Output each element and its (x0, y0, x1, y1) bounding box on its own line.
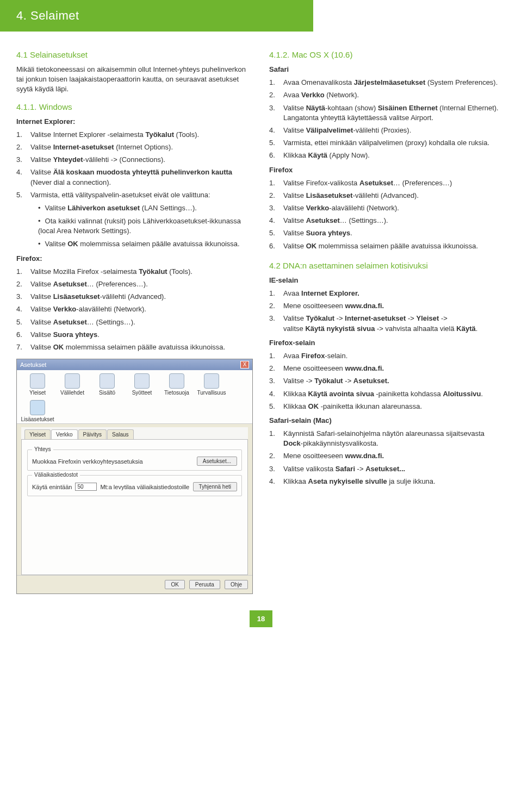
list-item: 6.Valitse OK molemmissa selaimen päälle … (269, 241, 506, 251)
list-item: 3.Valitse Näytä-kohtaan (show) Sisäinen … (269, 103, 506, 123)
ff2-steps: 1.Valitse Firefox-valikosta Asetukset… (… (269, 178, 506, 251)
ff-selain-heading: Firefox-selain (269, 338, 506, 348)
toolbar-icon-välilehdet[interactable]: Välilehdet (57, 373, 88, 396)
close-icon[interactable]: X (240, 361, 249, 368)
list-item: 2.Mene osoitteeseen www.dna.fi. (269, 451, 506, 461)
list-item: Valitse OK molemmissa selaimen päälle av… (38, 239, 253, 249)
list-item: 3.Valitse valikosta Safari -> Asetukset.… (269, 464, 506, 474)
list-item: 3.Valitse -> Työkalut -> Asetukset. (269, 376, 506, 386)
toolbar-icon-tietosuoja[interactable]: Tietosuoja (161, 373, 192, 396)
list-item: 5.Klikkaa OK -painiketta ikkunan alareun… (269, 402, 506, 411)
toolbar-icon-yleiset[interactable]: Yleiset (22, 373, 53, 396)
category-icon (30, 373, 45, 389)
safari-steps: 1.Avaa Omenavalikosta Järjestelmäasetuks… (269, 78, 506, 160)
list-item: 2.Valitse Internet-asetukset (Internet O… (16, 142, 253, 152)
firefox-settings-dialog: Asetukset X YleisetVälilehdetSisältöSyöt… (16, 359, 253, 594)
list-item: 4.Valitse Asetukset… (Settings…). (269, 216, 506, 226)
section-4-1: 4.1 Selainasetukset (16, 50, 253, 59)
list-item: 5.Valitse Suora yhteys. (269, 228, 506, 238)
ie-steps: 1.Valitse Internet Explorer -selaimesta … (16, 130, 253, 200)
connection-legend: Yhteys (32, 446, 53, 452)
list-item: 4.Klikkaa Aseta nykyiselle sivulle ja su… (269, 477, 506, 486)
ie-bullets: Valitse Lähiverkon asetukset (LAN Settin… (16, 203, 253, 249)
list-item: 3.Valitse Verkko-alavälilehti (Network). (269, 203, 506, 213)
list-item: 1.Avaa Internet Explorer. (269, 289, 506, 298)
list-item: 6.Valitse Suora yhteys. (16, 330, 253, 340)
safari-selain-steps: 1.Käynnistä Safari-selainohjelma näytön … (269, 429, 506, 486)
list-item: 4.Valitse Älä koskaan muodosta yhteyttä … (16, 167, 253, 187)
toolbar-icon-syötteet[interactable]: Syötteet (127, 373, 157, 396)
list-item: 1.Käynnistä Safari-selainohjelma näytön … (269, 429, 506, 448)
cancel-button[interactable]: Peruuta (189, 580, 220, 589)
ie-heading: Internet Explorer: (16, 117, 253, 127)
safari-selain-heading: Safari-selain (Mac) (269, 416, 506, 426)
list-item: 3.Valitse Työkalut -> Internet-asetukset… (269, 314, 506, 333)
ok-button[interactable]: OK (165, 580, 184, 589)
list-item: 6.Klikkaa Käytä (Apply Now). (269, 151, 506, 160)
ie-selain-heading: IE-selain (269, 276, 506, 285)
toolbar-icon-turvallisuus[interactable]: Turvallisuus (196, 373, 227, 396)
category-icon (100, 373, 115, 389)
subtab-yleiset[interactable]: Yleiset (24, 429, 51, 439)
toolbar-icon-lisäasetukset[interactable]: Lisäasetukset (22, 400, 53, 422)
cache-legend: Väliaikaistiedostot (32, 472, 80, 478)
list-item: 4.Valitse Verkko-alavälilehti (Network). (16, 304, 253, 314)
category-icon (134, 373, 150, 389)
list-item: 1.Valitse Firefox-valikosta Asetukset… (… (269, 178, 506, 188)
cache-fieldset: Väliaikaistiedostot Käytä enintään 50 Mt… (27, 475, 242, 496)
list-item: 1.Avaa Firefox-selain. (269, 351, 506, 361)
category-icon (204, 373, 219, 389)
cache-pre: Käytä enintään (32, 484, 72, 490)
section-4-2: 4.2 DNA:n asettaminen selaimen kotisivuk… (269, 261, 506, 270)
clear-button[interactable]: Tyhjennä heti (193, 482, 238, 491)
intro-text: Mikäli tietokoneessasi on aikaisemmin ol… (16, 65, 253, 95)
list-item: 5.Varmista, että välityspalvelin-asetuks… (16, 190, 253, 200)
list-item: 3.Valitse Yhteydet-välilehti -> (Connect… (16, 155, 253, 165)
ff-steps: 1.Valitse Mozilla Firefox -selaimesta Ty… (16, 267, 253, 352)
left-column: 4.1 Selainasetukset Mikäli tietokoneessa… (16, 42, 253, 594)
section-4-1-1: 4.1.1. Windows (16, 102, 253, 111)
page-header: 4. Selaimet (0, 0, 313, 32)
list-item: 2.Mene osoitteeseen www.dna.fi. (269, 301, 506, 311)
toolbar-icon-sisältö[interactable]: Sisältö (92, 373, 122, 396)
list-item: 1.Valitse Internet Explorer -selaimesta … (16, 130, 253, 140)
subtab-verkko[interactable]: Verkko (51, 429, 78, 439)
cache-size-input[interactable]: 50 (75, 483, 97, 491)
settings-button[interactable]: Asetukset... (197, 457, 237, 466)
list-item: Ota kaikki valinnat (ruksit) pois Lähive… (38, 216, 253, 236)
list-item: 3.Valitse Lisäasetukset-välilehti (Advan… (16, 292, 253, 302)
connection-text: Muokkaa Firefoxin verkkoyhteysasetuksia (32, 458, 194, 465)
cache-post: Mt:a levytilaa väliaikaistiedostoille (100, 484, 189, 490)
list-item: 2.Valitse Asetukset… (Preferences…). (16, 279, 253, 289)
safari-heading: Safari (269, 65, 506, 74)
ie-selain-steps: 1.Avaa Internet Explorer.2.Mene osoittee… (269, 289, 506, 334)
dialog-toolbar: YleisetVälilehdetSisältöSyötteetTietosuo… (17, 370, 252, 424)
ff-selain-steps: 1.Avaa Firefox-selain.2.Mene osoitteesee… (269, 351, 506, 411)
ff2-heading: Firefox (269, 165, 506, 175)
page-number: 18 (250, 610, 272, 627)
right-column: 4.1.2. Mac OS X (10.6) Safari 1.Avaa Ome… (269, 42, 506, 594)
list-item: 4.Klikkaa Käytä avointa sivua -painikett… (269, 389, 506, 399)
list-item: 1.Valitse Mozilla Firefox -selaimesta Ty… (16, 267, 253, 277)
help-button[interactable]: Ohje (225, 580, 248, 589)
subtab-päivitys[interactable]: Päivitys (78, 429, 107, 439)
list-item: 7.Valitse OK molemmissa selaimen päälle … (16, 342, 253, 352)
category-icon (65, 373, 80, 389)
ff-heading: Firefox: (16, 254, 253, 264)
connection-fieldset: Yhteys Muokkaa Firefoxin verkkoyhteysase… (27, 449, 242, 471)
list-item: 1.Avaa Omenavalikosta Järjestelmäasetuks… (269, 78, 506, 88)
list-item: 2.Avaa Verkko (Network). (269, 90, 506, 100)
list-item: 2.Valitse Lisäasetukset-välilehti (Advan… (269, 191, 506, 201)
list-item: 5.Valitse Asetukset… (Settings…). (16, 317, 253, 327)
dialog-subtabs: YleisetVerkkoPäivitysSalaus (21, 427, 248, 439)
subtab-salaus[interactable]: Salaus (107, 429, 134, 439)
list-item: 4.Valitse Välipalvelimet-välilehti (Prox… (269, 126, 506, 135)
category-icon (30, 400, 45, 415)
section-4-1-2: 4.1.2. Mac OS X (10.6) (269, 50, 506, 59)
list-item: 2.Mene osoitteeseen www.dna.fi. (269, 364, 506, 373)
list-item: 5.Varmista, ettei minkään välipalvelimen… (269, 138, 506, 148)
list-item: Valitse Lähiverkon asetukset (LAN Settin… (38, 203, 253, 213)
dialog-title: Asetukset (20, 361, 46, 368)
category-icon (169, 373, 184, 389)
